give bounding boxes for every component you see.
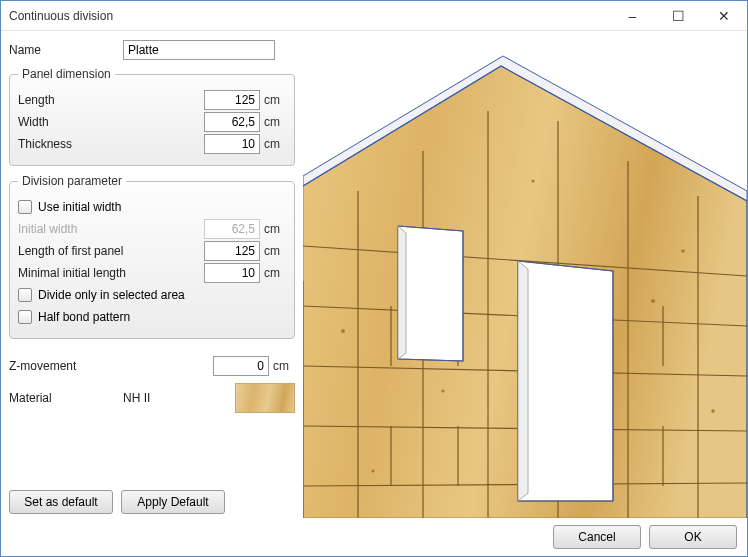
min-initial-label: Minimal initial length <box>18 266 158 280</box>
division-parameter-group: Division parameter Use initial width Ini… <box>9 174 295 339</box>
length-label: Length <box>18 93 128 107</box>
thickness-unit: cm <box>264 137 286 151</box>
material-label: Material <box>9 391 119 405</box>
thickness-label: Thickness <box>18 137 128 151</box>
divide-selected-checkbox[interactable] <box>18 288 32 302</box>
initial-width-input <box>204 219 260 239</box>
svg-point-31 <box>372 470 375 473</box>
first-panel-label: Length of first panel <box>18 244 158 258</box>
dialog-footer: Cancel OK <box>1 518 747 556</box>
svg-point-33 <box>531 179 534 182</box>
cancel-button[interactable]: Cancel <box>553 525 641 549</box>
material-swatch[interactable] <box>235 383 295 413</box>
close-icon: ✕ <box>718 8 730 24</box>
name-label: Name <box>9 43 119 57</box>
preview-viewport[interactable] <box>303 31 747 518</box>
division-parameter-legend: Division parameter <box>18 174 126 188</box>
width-input[interactable] <box>204 112 260 132</box>
panel-dimension-group: Panel dimension Length cm Width cm Thick… <box>9 67 295 166</box>
divide-selected-label: Divide only in selected area <box>38 288 185 302</box>
zmovement-unit: cm <box>273 359 295 373</box>
zmovement-label: Z-movement <box>9 359 119 373</box>
titlebar: Continuous division ‒ ☐ ✕ <box>1 1 747 31</box>
set-as-default-button[interactable]: Set as default <box>9 490 113 514</box>
length-unit: cm <box>264 93 286 107</box>
svg-point-27 <box>341 329 345 333</box>
svg-marker-24 <box>398 226 406 359</box>
panel-dimension-legend: Panel dimension <box>18 67 115 81</box>
apply-default-button[interactable]: Apply Default <box>121 490 225 514</box>
length-input[interactable] <box>204 90 260 110</box>
svg-marker-25 <box>518 261 613 501</box>
first-panel-unit: cm <box>264 244 286 258</box>
window-title: Continuous division <box>9 9 609 23</box>
min-initial-unit: cm <box>264 266 286 280</box>
svg-marker-23 <box>398 226 463 361</box>
svg-marker-26 <box>518 261 528 501</box>
use-initial-width-checkbox[interactable] <box>18 200 32 214</box>
svg-point-30 <box>711 409 715 413</box>
initial-width-label: Initial width <box>18 222 128 236</box>
ok-button[interactable]: OK <box>649 525 737 549</box>
width-label: Width <box>18 115 128 129</box>
thickness-input[interactable] <box>204 134 260 154</box>
name-input[interactable] <box>123 40 275 60</box>
svg-point-29 <box>651 299 655 303</box>
half-bond-label: Half bond pattern <box>38 310 130 324</box>
svg-point-32 <box>681 249 685 253</box>
first-panel-input[interactable] <box>204 241 260 261</box>
initial-width-unit: cm <box>264 222 286 236</box>
svg-point-28 <box>441 389 444 392</box>
preview-3d <box>303 31 747 518</box>
close-button[interactable]: ✕ <box>701 1 747 31</box>
material-value: NH II <box>123 391 231 405</box>
minimize-button[interactable]: ‒ <box>609 1 655 31</box>
maximize-button[interactable]: ☐ <box>655 1 701 31</box>
min-initial-input[interactable] <box>204 263 260 283</box>
use-initial-width-label: Use initial width <box>38 200 121 214</box>
half-bond-checkbox[interactable] <box>18 310 32 324</box>
minimize-icon: ‒ <box>628 8 637 24</box>
width-unit: cm <box>264 115 286 129</box>
left-panel: Name Panel dimension Length cm Width cm … <box>1 31 303 518</box>
zmovement-input[interactable] <box>213 356 269 376</box>
maximize-icon: ☐ <box>672 8 685 24</box>
